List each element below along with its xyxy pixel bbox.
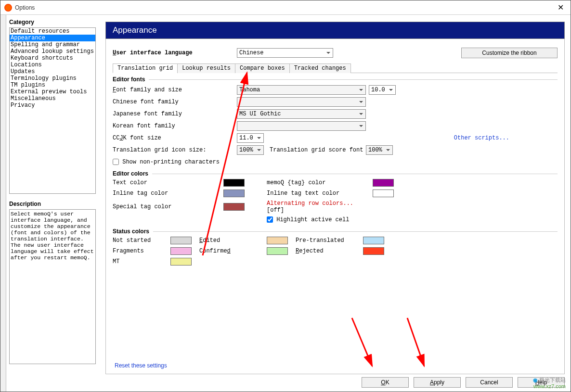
category-list[interactable]: Default resources Appearance Spelling an… — [9, 27, 96, 194]
cat-misc[interactable]: Miscellaneous — [10, 95, 95, 102]
nonprinting-checkbox-label[interactable]: Show non-printing characters — [113, 159, 220, 165]
tab-tracked-changes[interactable]: Tracked changes — [289, 63, 351, 73]
page-title: Appearance — [105, 22, 565, 39]
japanese-font-select[interactable]: MS UI Gothic — [237, 109, 366, 119]
status-rejected-label: Rejected — [296, 248, 363, 254]
description-heading: Description — [9, 201, 96, 207]
status-fragments-swatch[interactable] — [170, 247, 192, 255]
japanese-font-label: Japanese font family — [113, 111, 237, 117]
description-text: Select memoQ's user interface language, … — [9, 209, 96, 364]
app-icon — [4, 4, 12, 12]
cancel-button[interactable]: Cancel — [466, 377, 513, 388]
text-color-swatch[interactable] — [223, 179, 245, 187]
ui-lang-label: User interface language — [113, 50, 237, 56]
chinese-font-label: Chinese font family — [113, 99, 237, 105]
cat-term-plugins[interactable]: Terminology plugins — [10, 75, 95, 82]
status-pretrans-swatch[interactable] — [363, 237, 384, 244]
korean-font-select[interactable] — [237, 121, 366, 131]
status-mt-swatch[interactable] — [170, 258, 192, 266]
window-title: Options — [15, 4, 35, 11]
alt-row-link[interactable]: Alternating row colors... — [267, 200, 353, 207]
section-editor-colors: Editor colors — [113, 170, 558, 177]
inline-text-label: Inline tag text color — [267, 190, 373, 197]
category-heading: Category — [9, 19, 96, 25]
status-edited-label: Edited — [199, 237, 267, 244]
score-font-select[interactable]: 100% — [366, 145, 393, 155]
cat-spelling[interactable]: Spelling and grammar — [10, 41, 95, 48]
ui-lang-value: Chinese — [239, 50, 263, 56]
titlebar: Options ✕ — [0, 0, 571, 15]
nonprinting-checkbox[interactable] — [113, 159, 119, 165]
status-not-started-label: Not started — [113, 237, 170, 244]
inline-tag-swatch[interactable] — [223, 190, 245, 197]
cat-privacy[interactable]: Privacy — [10, 102, 95, 109]
status-confirmed-label: Confirmed — [199, 248, 267, 254]
ccjk-size-select[interactable]: 11.0 — [237, 133, 264, 143]
korean-font-label: Korean font family — [113, 123, 237, 129]
highlight-active-label[interactable]: Highlight active cell — [267, 216, 373, 223]
status-mt-label: MT — [113, 258, 170, 265]
font-family-select[interactable]: Tahoma — [237, 85, 366, 95]
tab-compare-boxes[interactable]: Compare boxes — [235, 63, 290, 73]
ok-button[interactable]: OK — [362, 377, 409, 388]
special-tag-swatch[interactable] — [223, 203, 245, 211]
customize-ribbon-button[interactable]: Customize the ribbon — [461, 48, 558, 58]
memoq-tag-swatch[interactable] — [373, 179, 394, 187]
tabs: Translation grid Lookup results Compare … — [113, 63, 558, 73]
ccjk-label: CCJK font size — [113, 135, 237, 141]
cat-locations[interactable]: Locations — [10, 62, 95, 68]
other-scripts-link[interactable]: Other scripts... — [454, 135, 509, 141]
special-tag-label: Special tag color — [113, 203, 223, 210]
highlight-active-checkbox[interactable] — [267, 216, 273, 223]
chinese-font-select[interactable] — [237, 97, 366, 107]
cat-updates[interactable]: Updates — [10, 68, 95, 75]
status-not-started-swatch[interactable] — [170, 237, 192, 244]
cat-appearance[interactable]: Appearance — [10, 35, 95, 41]
memoq-tag-label: memoQ {tag} color — [267, 179, 373, 186]
inline-text-swatch[interactable] — [373, 190, 394, 197]
cat-tm-plugins[interactable]: TM plugins — [10, 82, 95, 89]
close-icon[interactable]: ✕ — [555, 3, 567, 12]
status-fragments-label: Fragments — [113, 248, 170, 254]
font-family-label: Font family and size — [113, 87, 237, 93]
tab-translation-grid[interactable]: Translation grid — [113, 63, 178, 73]
section-status-colors: Status colors — [113, 228, 558, 235]
status-pretrans-label: Pre-translated — [296, 237, 363, 244]
alt-row-state: [off] — [267, 207, 284, 214]
apply-button[interactable]: Apply — [414, 377, 461, 388]
font-size-select[interactable]: 10.0 — [369, 85, 396, 95]
cat-advanced-lookup[interactable]: Advanced lookup settings — [10, 48, 95, 55]
cat-keyboard[interactable]: Keyboard shortcuts — [10, 55, 95, 62]
cat-external-preview[interactable]: External preview tools — [10, 89, 95, 95]
tab-lookup-results[interactable]: Lookup results — [177, 63, 235, 73]
left-gutter — [0, 15, 6, 392]
status-edited-swatch[interactable] — [267, 237, 288, 244]
ui-lang-select[interactable]: Chinese — [237, 48, 333, 58]
help-button[interactable]: Help — [518, 377, 565, 388]
cat-default-resources[interactable]: Default resources — [10, 28, 95, 35]
inline-tag-label: Inline tag color — [113, 190, 223, 197]
footer-buttons: OK Apply Cancel Help — [105, 377, 565, 388]
section-editor-fonts: Editor fonts — [113, 76, 558, 83]
status-confirmed-swatch[interactable] — [267, 247, 288, 255]
status-rejected-swatch[interactable] — [363, 247, 384, 255]
icon-size-label: Translation grid icon size: — [113, 147, 237, 153]
text-color-label: Text color — [113, 179, 223, 186]
score-font-label: Translation grid score font — [270, 147, 366, 153]
reset-settings-link[interactable]: Reset these settings — [115, 362, 167, 369]
icon-size-select[interactable]: 100% — [237, 145, 264, 155]
